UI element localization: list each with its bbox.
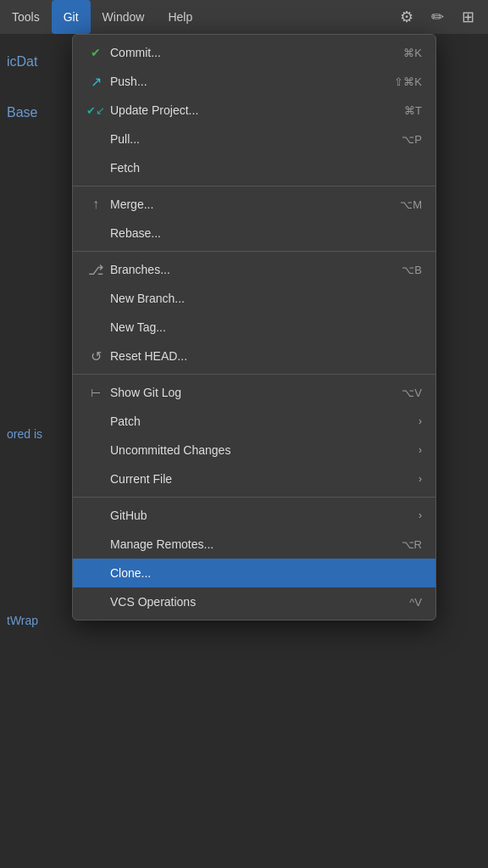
commit-check-icon: ✔ (86, 46, 105, 59)
menu-item-merge[interactable]: ↑ Merge... ⌥M (73, 190, 435, 219)
branches-icon: ⎇ (86, 262, 105, 278)
reset-head-icon: ↺ (86, 348, 105, 364)
uncommitted-changes-label: Uncommitted Changes (110, 443, 412, 457)
update-project-label: Update Project... (110, 103, 404, 117)
menu-item-vcs-operations[interactable]: VCS Operations ^V (73, 587, 435, 616)
menu-item-patch[interactable]: Patch › (73, 407, 435, 436)
menu-item-uncommitted-changes[interactable]: Uncommitted Changes › (73, 436, 435, 465)
menubar-item-window[interactable]: Window (91, 0, 157, 34)
commit-label: Commit... (110, 46, 403, 59)
update-project-icon: ✔↙ (86, 104, 105, 117)
vcs-operations-shortcut: ^V (409, 596, 422, 609)
menubar-item-help[interactable]: Help (156, 0, 204, 34)
bg-text-3: ored is (0, 424, 49, 444)
new-tag-label: New Tag... (110, 320, 422, 334)
menu-item-fetch[interactable]: Fetch (73, 153, 435, 182)
menu-item-rebase[interactable]: Rebase... (73, 219, 435, 248)
new-branch-label: New Branch... (110, 292, 422, 305)
menubar: Tools Git Window Help ⚙ ✏ ⊞ (0, 0, 488, 34)
uncommitted-changes-arrow-icon: › (419, 444, 422, 456)
show-git-log-icon: ⊢ (86, 386, 105, 399)
rebase-label: Rebase... (110, 226, 422, 240)
patch-label: Patch (110, 415, 412, 428)
show-git-log-label: Show Git Log (110, 386, 402, 399)
menu-item-new-branch[interactable]: New Branch... (73, 284, 435, 313)
current-file-arrow-icon: › (419, 473, 422, 485)
clone-label: Clone... (110, 566, 422, 580)
pencil-icon[interactable]: ✏ (424, 3, 451, 31)
menu-item-push[interactable]: ↗ Push... ⇧⌘K (73, 67, 435, 96)
bg-text-2: Base (0, 102, 44, 124)
pull-label: Pull... (110, 132, 402, 146)
manage-remotes-label: Manage Remotes... (110, 537, 402, 551)
menu-item-commit[interactable]: ✔ Commit... ⌘K (73, 38, 435, 67)
bg-text-4: tWrap (0, 610, 45, 631)
bg-text-1: icDat (0, 51, 44, 73)
menubar-item-git[interactable]: Git (52, 0, 91, 34)
menu-item-clone[interactable]: Clone... (73, 559, 435, 587)
menu-item-current-file[interactable]: Current File › (73, 465, 435, 493)
vcs-operations-label: VCS Operations (110, 595, 409, 609)
separator-1 (73, 186, 435, 186)
update-project-shortcut: ⌘T (404, 104, 422, 117)
menu-item-branches[interactable]: ⎇ Branches... ⌥B (73, 255, 435, 284)
branches-label: Branches... (110, 263, 402, 276)
merge-shortcut: ⌥M (400, 198, 422, 211)
fetch-label: Fetch (110, 161, 422, 175)
merge-icon: ↑ (86, 197, 105, 212)
git-dropdown-menu: ✔ Commit... ⌘K ↗ Push... ⇧⌘K ✔↙ Update P… (72, 34, 436, 620)
github-arrow-icon: › (419, 509, 422, 521)
push-label: Push... (110, 75, 394, 88)
current-file-label: Current File (110, 472, 412, 486)
separator-2 (73, 251, 435, 252)
github-label: GitHub (110, 509, 412, 522)
menubar-item-tools[interactable]: Tools (0, 0, 52, 34)
branches-shortcut: ⌥B (402, 264, 422, 276)
wrench-icon[interactable]: ⚙ (393, 3, 420, 31)
separator-4 (73, 497, 435, 498)
menu-item-reset-head[interactable]: ↺ Reset HEAD... (73, 342, 435, 370)
push-shortcut: ⇧⌘K (394, 75, 422, 88)
menu-item-github[interactable]: GitHub › (73, 501, 435, 530)
show-git-log-shortcut: ⌥V (402, 387, 422, 399)
merge-label: Merge... (110, 198, 400, 211)
menubar-icons: ⚙ ✏ ⊞ (393, 3, 488, 31)
push-arrow-icon: ↗ (86, 74, 105, 90)
menu-item-show-git-log[interactable]: ⊢ Show Git Log ⌥V (73, 378, 435, 407)
commit-shortcut: ⌘K (403, 47, 422, 59)
separator-3 (73, 374, 435, 375)
menu-item-manage-remotes[interactable]: Manage Remotes... ⌥R (73, 530, 435, 559)
menu-item-new-tag[interactable]: New Tag... (73, 313, 435, 342)
pull-shortcut: ⌥P (402, 133, 422, 146)
manage-remotes-shortcut: ⌥R (402, 538, 422, 551)
menu-item-pull[interactable]: Pull... ⌥P (73, 125, 435, 153)
patch-arrow-icon: › (419, 415, 422, 427)
menu-item-update-project[interactable]: ✔↙ Update Project... ⌘T (73, 96, 435, 125)
grid-icon[interactable]: ⊞ (454, 3, 481, 31)
reset-head-label: Reset HEAD... (110, 349, 422, 363)
